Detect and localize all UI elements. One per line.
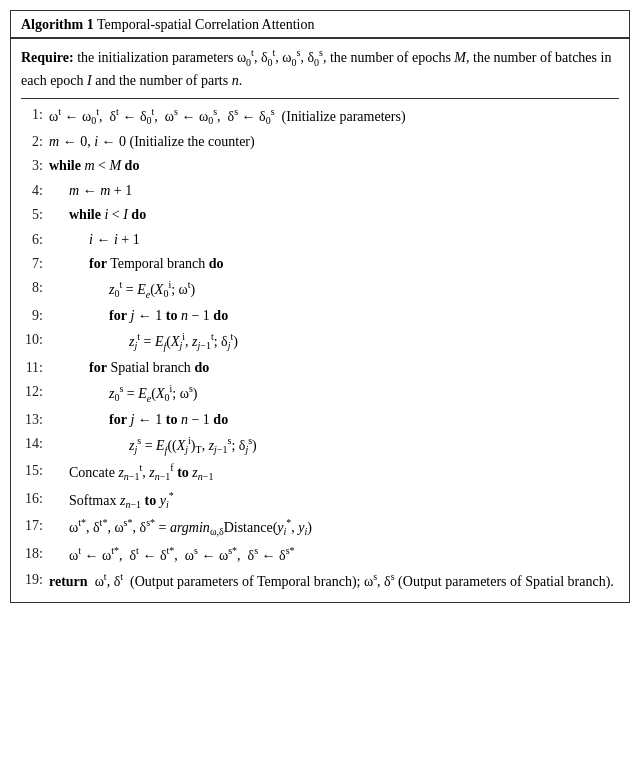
algo-label: Algorithm 1 — [21, 17, 94, 32]
line-content: for Temporal branch do — [49, 253, 619, 275]
line-number: 6: — [21, 229, 49, 251]
algo-line: 10:zjt = Ef(Xji, zj−1t; δjt) — [21, 328, 619, 355]
line-number: 2: — [21, 131, 49, 153]
algo-line: 13:for j ← 1 to n − 1 do — [21, 408, 619, 432]
algo-line: 8:z0t = Ee(X0i; ωt) — [21, 276, 619, 303]
line-content: z0t = Ee(X0i; ωt) — [49, 277, 619, 302]
line-content: zjt = Ef(Xji, zj−1t; δjt) — [49, 329, 619, 354]
line-content: i ← i + 1 — [49, 229, 619, 251]
algo-line: 3:while m < M do — [21, 154, 619, 178]
algo-line: 15:Concate zn−1t, zn−1f to zn−1 — [21, 459, 619, 486]
algo-line: 19:return ωt, δt (Output parameters of T… — [21, 568, 619, 594]
line-number: 9: — [21, 305, 49, 327]
line-number: 1: — [21, 104, 49, 126]
algorithm-box: Algorithm 1 Temporal-spatial Correlation… — [10, 10, 630, 603]
line-content: ωt ← ω0t, δt ← δ0t, ωs ← ω0s, δs ← δ0s (… — [49, 104, 619, 129]
algo-line: 11:for Spatial branch do — [21, 356, 619, 380]
algo-line: 7:for Temporal branch do — [21, 252, 619, 276]
algo-line: 12:z0s = Ee(X0i; ωs) — [21, 380, 619, 407]
line-number: 16: — [21, 488, 49, 510]
algo-lines: 1:ωt ← ω0t, δt ← δ0t, ωs ← ω0s, δs ← δ0s… — [21, 103, 619, 594]
algo-title-text: Temporal-spatial Correlation Attention — [97, 17, 315, 32]
line-content: ωt ← ωt*, δt ← δt*, ωs ← ωs*, δs ← δs* — [49, 543, 619, 567]
line-content: m ← m + 1 — [49, 180, 619, 202]
line-content: while m < M do — [49, 155, 619, 177]
line-number: 18: — [21, 543, 49, 565]
require-line: Require: the initialization parameters ω… — [21, 45, 619, 92]
line-number: 11: — [21, 357, 49, 379]
line-number: 13: — [21, 409, 49, 431]
line-number: 15: — [21, 460, 49, 482]
algo-title: Algorithm 1 Temporal-spatial Correlation… — [11, 11, 629, 39]
algo-line: 4:m ← m + 1 — [21, 179, 619, 203]
line-number: 19: — [21, 569, 49, 591]
line-content: for j ← 1 to n − 1 do — [49, 409, 619, 431]
line-content: ωt*, δt*, ωs*, δs* = argminω,δDistance(y… — [49, 515, 619, 540]
line-content: m ← 0, i ← 0 (Initialize the counter) — [49, 131, 619, 153]
line-content: return ωt, δt (Output parameters of Temp… — [49, 569, 619, 593]
line-number: 5: — [21, 204, 49, 226]
algo-line: 5:while i < I do — [21, 203, 619, 227]
algo-body: Require: the initialization parameters ω… — [11, 39, 629, 602]
algo-line: 1:ωt ← ω0t, δt ← δ0t, ωs ← ω0s, δs ← δ0s… — [21, 103, 619, 130]
algo-line: 2:m ← 0, i ← 0 (Initialize the counter) — [21, 130, 619, 154]
algo-line: 18:ωt ← ωt*, δt ← δt*, ωs ← ωs*, δs ← δs… — [21, 542, 619, 568]
line-content: for j ← 1 to n − 1 do — [49, 305, 619, 327]
line-content: Concate zn−1t, zn−1f to zn−1 — [49, 460, 619, 485]
line-number: 10: — [21, 329, 49, 351]
line-number: 3: — [21, 155, 49, 177]
line-content: while i < I do — [49, 204, 619, 226]
line-number: 12: — [21, 381, 49, 403]
line-content: Softmax zn−1 to yi* — [49, 488, 619, 513]
line-number: 17: — [21, 515, 49, 537]
line-number: 14: — [21, 433, 49, 455]
algo-line: 16:Softmax zn−1 to yi* — [21, 487, 619, 514]
line-content: z0s = Ee(X0i; ωs) — [49, 381, 619, 406]
algo-line: 17:ωt*, δt*, ωs*, δs* = argminω,δDistanc… — [21, 514, 619, 541]
line-number: 7: — [21, 253, 49, 275]
divider — [21, 98, 619, 99]
line-number: 4: — [21, 180, 49, 202]
require-text: the initialization parameters ω0t, δ0t, … — [21, 50, 611, 88]
algo-line: 6:i ← i + 1 — [21, 228, 619, 252]
line-content: for Spatial branch do — [49, 357, 619, 379]
line-number: 8: — [21, 277, 49, 299]
require-label: Require: — [21, 50, 74, 65]
line-content: zjs = Ef((Xji)T, zj−1s; δjs) — [49, 433, 619, 458]
algo-line: 9:for j ← 1 to n − 1 do — [21, 304, 619, 328]
algo-line: 14:zjs = Ef((Xji)T, zj−1s; δjs) — [21, 432, 619, 459]
